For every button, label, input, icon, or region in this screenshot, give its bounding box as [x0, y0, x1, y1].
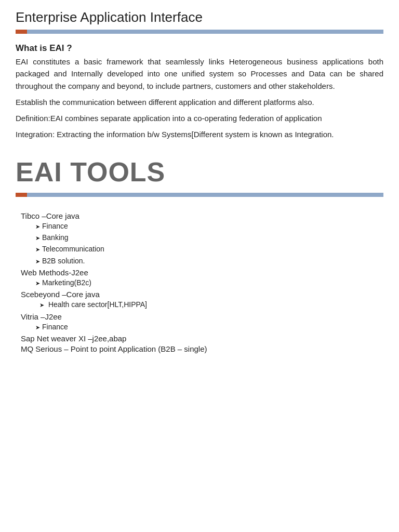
tool-webmethods: Web Methods-J2ee Marketing(B2c) — [21, 268, 378, 288]
page-title: Enterprise Application Interface — [16, 9, 383, 25]
list-item: Marketing(B2c) — [35, 277, 378, 288]
tool-mq: MQ Serious – Point to point Application … — [21, 344, 378, 353]
eai-paragraph-4: Integration: Extracting the information … — [16, 128, 383, 140]
tools-list: Tibco –Core java Finance Banking Telecom… — [16, 211, 383, 354]
eai-paragraph-2: Establish the communication between diff… — [16, 96, 383, 108]
tool-vitria-name: Vitria –J2ee — [21, 312, 62, 321]
page: Enterprise Application Interface What is… — [0, 0, 399, 532]
eai-paragraph-1: EAI constitutes a basic framework that s… — [16, 56, 383, 92]
tool-scebeyond: Scebeyond –Core java Health care sector[… — [21, 290, 378, 310]
tool-mq-name: MQ Serious – Point to point Application … — [21, 344, 207, 353]
tool-sap: Sap Net weaver XI –j2ee,abap — [21, 334, 378, 343]
tool-scebeyond-subs: Health care sector[HLT,HIPPA] — [21, 299, 378, 310]
tools-bar-orange — [16, 193, 27, 197]
tool-webmethods-subs: Marketing(B2c) — [21, 277, 378, 288]
list-item: Finance — [35, 321, 378, 332]
tool-sap-name: Sap Net weaver XI –j2ee,abap — [21, 334, 126, 343]
header-bar — [16, 30, 383, 34]
tool-vitria-subs: Finance — [21, 321, 378, 332]
header-bar-blue — [27, 30, 383, 34]
tool-vitria: Vitria –J2ee Finance — [21, 312, 378, 332]
what-is-eai-block: What is EAI ? EAI constitutes a basic fr… — [16, 43, 383, 141]
list-item: Banking — [35, 232, 378, 243]
list-item: Telecommunication — [35, 243, 378, 255]
list-item: Finance — [35, 220, 378, 232]
tools-bar — [16, 193, 383, 197]
tool-tibco-name: Tibco –Core java — [21, 211, 79, 220]
eai-tools-heading: EAI TOOLS — [16, 156, 383, 188]
eai-paragraph-3: Definition:EAI combines separate applica… — [16, 112, 383, 124]
tool-tibco-subs: Finance Banking Telecommunication B2B so… — [21, 220, 378, 267]
list-item: B2B solution. — [35, 255, 378, 267]
tools-bar-blue — [27, 193, 383, 197]
tool-scebeyond-name: Scebeyond –Core java — [21, 290, 100, 299]
what-is-eai-heading: What is EAI ? — [16, 43, 383, 54]
tool-webmethods-name: Web Methods-J2ee — [21, 268, 88, 277]
header-section: Enterprise Application Interface — [0, 0, 399, 34]
list-item: Health care sector[HLT,HIPPA] — [39, 299, 378, 310]
content-section: What is EAI ? EAI constitutes a basic fr… — [0, 43, 399, 365]
tool-tibco: Tibco –Core java Finance Banking Telecom… — [21, 211, 378, 267]
header-bar-orange — [16, 30, 27, 34]
